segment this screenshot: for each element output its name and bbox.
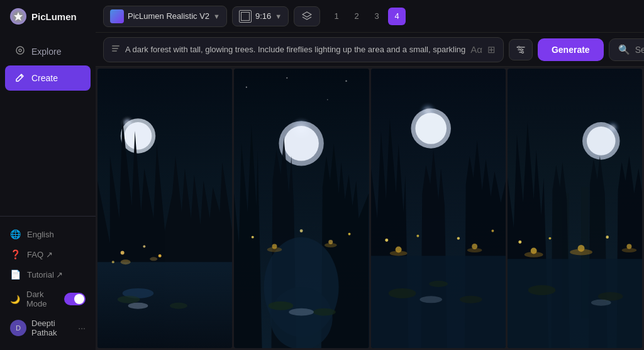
sidebar-item-language[interactable]: 🌐 English (5, 224, 91, 244)
svg-point-1 (16, 47, 24, 54)
svg-point-29 (327, 99, 328, 101)
image-2-action[interactable]: ⊞ (336, 332, 349, 344)
image-cell-3[interactable]: ⊞ ⋮ (371, 69, 506, 348)
svg-point-60 (467, 248, 482, 252)
svg-point-83 (525, 252, 543, 257)
svg-point-66 (459, 296, 482, 303)
image-grid: ⊞ ⋮ (96, 67, 644, 350)
image-cell-2[interactable]: ⊞ ⋮ (234, 69, 369, 348)
sidebar-item-explore[interactable]: Explore (5, 39, 91, 64)
svg-point-41 (267, 247, 282, 252)
svg-point-87 (548, 237, 551, 240)
image-2-more[interactable]: ⋮ (352, 332, 365, 344)
image-4-action[interactable]: ⊞ (609, 332, 622, 344)
svg-point-52 (415, 113, 447, 144)
step-btn-3[interactable]: 3 (368, 8, 386, 25)
search-label: Search (635, 45, 644, 55)
aspect-ratio-selector[interactable]: 9:16 ▼ (232, 6, 289, 26)
layers-button[interactable] (294, 6, 320, 26)
logo-icon (10, 8, 26, 25)
svg-point-65 (388, 288, 416, 298)
sidebar-item-tutorial[interactable]: 📄 Tutorial ↗ (5, 264, 91, 285)
svg-point-28 (346, 80, 347, 81)
user-profile[interactable]: D Deepti Pathak ··· (5, 313, 91, 342)
model-selector[interactable]: PicLumen Realistic V2 ▼ (103, 6, 227, 27)
svg-point-23 (118, 296, 140, 303)
svg-point-18 (143, 246, 145, 248)
step-btn-4[interactable]: 4 (388, 8, 406, 25)
settings-button[interactable] (509, 39, 533, 60)
sidebar-bottom: 🌐 English ❓ FAQ ↗ 📄 Tutorial ↗ 🌙 Dark Mo… (0, 216, 96, 350)
svg-point-62 (416, 235, 419, 237)
enhance-icon[interactable]: ⊞ (487, 44, 496, 55)
app-name: PicLumen (31, 11, 77, 22)
sidebar-item-faq[interactable]: ❓ FAQ ↗ (5, 244, 91, 264)
model-name: PicLumen Realistic V2 (128, 11, 209, 21)
ratio-dropdown-icon: ▼ (275, 13, 282, 20)
svg-rect-4 (112, 48, 118, 49)
svg-point-46 (269, 302, 294, 310)
step-btn-2[interactable]: 2 (348, 8, 365, 25)
toggle-knob (74, 294, 84, 304)
model-dropdown-icon: ▼ (213, 13, 220, 20)
svg-point-21 (121, 259, 131, 264)
logo: PicLumen (0, 0, 96, 33)
sidebar-item-create[interactable]: Create (5, 65, 91, 91)
user-name: Deepti Pathak (31, 319, 73, 337)
prompt-input-container[interactable]: A dark forest with tall, glowing trees. … (103, 37, 504, 62)
tutorial-icon: 📄 (10, 269, 21, 279)
avatar: D (10, 320, 26, 336)
svg-point-90 (598, 292, 623, 301)
dark-mode-toggle-row: 🌙 Dark Mode (5, 285, 91, 313)
svg-point-45 (300, 229, 303, 232)
sidebar-item-create-label: Create (31, 73, 58, 83)
dark-mode-toggle[interactable] (64, 293, 86, 305)
ratio-preview-icon (239, 10, 252, 23)
svg-point-12 (125, 122, 152, 150)
prompt-text: A dark forest with tall, glowing trees. … (125, 45, 465, 54)
svg-rect-3 (112, 45, 119, 47)
svg-point-30 (287, 77, 288, 79)
svg-point-86 (518, 240, 521, 244)
image-cell-4[interactable]: ⊞ ⋮ (508, 69, 642, 348)
svg-rect-5 (112, 50, 117, 52)
svg-point-59 (389, 251, 407, 256)
user-more-icon[interactable]: ··· (78, 323, 86, 333)
svg-point-25 (128, 303, 148, 309)
layers-icon (301, 10, 313, 23)
svg-point-27 (246, 87, 247, 88)
svg-point-63 (457, 237, 459, 239)
svg-point-17 (121, 251, 125, 254)
image-cell-1[interactable]: ⊞ ⋮ (97, 69, 232, 348)
svg-point-24 (170, 303, 187, 309)
image-1-more[interactable]: ⋮ (214, 332, 228, 344)
image-4-more[interactable]: ⋮ (625, 332, 638, 344)
search-icon: 🔍 (618, 44, 630, 55)
ratio-value: 9:16 (255, 11, 271, 21)
svg-point-20 (112, 261, 114, 263)
faq-icon: ❓ (10, 249, 21, 259)
image-3-more[interactable]: ⋮ (488, 332, 502, 344)
svg-point-89 (528, 285, 555, 295)
svg-point-2 (19, 49, 21, 52)
svg-point-48 (289, 308, 314, 316)
translate-icon[interactable]: Aα (470, 44, 482, 55)
step-btn-1[interactable]: 1 (328, 8, 345, 25)
svg-point-68 (419, 296, 442, 303)
image-3-action[interactable]: ⊞ (473, 332, 486, 344)
svg-point-19 (158, 254, 162, 257)
dark-mode-label: Dark Mode (26, 290, 64, 308)
image-1-action[interactable]: ⊞ (199, 332, 212, 344)
search-button[interactable]: 🔍 Search (609, 38, 644, 61)
svg-point-47 (313, 308, 336, 316)
svg-point-43 (252, 236, 254, 239)
svg-point-7 (520, 48, 522, 50)
svg-marker-0 (14, 12, 23, 21)
svg-point-67 (429, 281, 448, 287)
svg-point-38 (270, 287, 333, 348)
svg-point-42 (325, 243, 337, 247)
prompt-area: A dark forest with tall, glowing trees. … (96, 33, 644, 67)
generate-button[interactable]: Generate (538, 38, 604, 61)
model-thumbnail (110, 9, 124, 23)
svg-point-8 (521, 51, 523, 53)
